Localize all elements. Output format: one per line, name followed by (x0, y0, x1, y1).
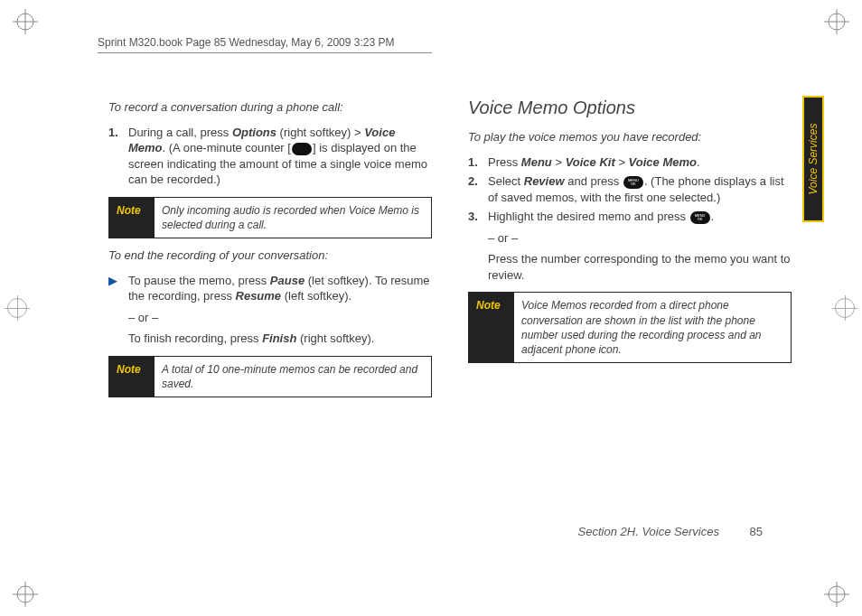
note-label: Note (469, 293, 514, 362)
menu-voice-kit: Voice Kit (566, 155, 615, 169)
step-number: 1. (468, 154, 484, 171)
menu-ok-key-icon (690, 211, 710, 224)
left-intro-1: To record a conversation during a phone … (108, 99, 432, 116)
note-label: Note (109, 198, 155, 238)
step-number: 3. (468, 209, 484, 283)
note-text: A total of 10 one-minute memos can be re… (155, 357, 431, 397)
left-intro-2: To end the recording of your conversatio… (108, 247, 432, 264)
heading-voice-memo-options: Voice Memo Options (468, 96, 792, 120)
text: . (697, 155, 700, 169)
crop-mark-top-right (824, 9, 849, 34)
menu-ok-key-icon (623, 176, 643, 189)
note-text: Voice Memos recorded from a direct phone… (514, 293, 791, 362)
softkey-resume: Resume (236, 289, 282, 303)
registration-mark-right (835, 298, 855, 318)
text: . (A one-minute counter [ (163, 141, 291, 154)
note-box-1: Note Only incoming audio is recorded whe… (108, 197, 432, 238)
text: (right softkey). (296, 331, 374, 345)
left-column: To record a conversation during a phone … (108, 96, 432, 406)
text: To pause the memo, press (128, 274, 270, 287)
right-column: Voice Memo Options To play the voice mem… (468, 96, 792, 406)
softkey-options: Options (232, 126, 276, 139)
menu-review: Review (524, 174, 565, 188)
text: (right softkey) > (276, 126, 364, 139)
note-label: Note (109, 357, 155, 397)
right-intro: To play the voice memos you have recorde… (468, 129, 792, 145)
running-header: Sprint M320.book Page 85 Wednesday, May … (98, 36, 432, 53)
text: > (552, 155, 566, 169)
step-body: Highlight the desired memo and press . –… (484, 209, 792, 283)
crop-mark-bottom-right (824, 582, 849, 607)
bullet-arrow-icon: ▶ (108, 273, 125, 304)
bullet-pause: ▶ To pause the memo, press Pause (let so… (108, 273, 432, 304)
step-r3: 3. Highlight the desired memo and press … (468, 209, 792, 283)
step-r1: 1. Press Menu > Voice Kit > Voice Memo. (468, 154, 792, 171)
step-r2: 2. Select Review and press . (The phone … (468, 173, 792, 205)
text: > (615, 155, 629, 169)
menu-voice-memo: Voice Memo (629, 155, 697, 169)
step-r3-alt: Press the number corresponding to the me… (488, 251, 792, 283)
step-body: During a call, press Options (right soft… (125, 125, 432, 188)
crop-mark-top-left (13, 9, 38, 34)
or-divider: – or – (488, 230, 792, 247)
or-divider: – or – (128, 310, 432, 326)
page-number: 85 (750, 525, 763, 538)
page-content: To record a conversation during a phone … (108, 96, 792, 406)
text: (left softkey). (281, 289, 351, 303)
softkey-finish: Finish (262, 331, 296, 345)
note-box-right: Note Voice Memos recorded from a direct … (468, 292, 792, 363)
registration-mark-left (7, 298, 27, 318)
text: . (711, 210, 715, 223)
bullet-body: To pause the memo, press Pause (let soft… (125, 273, 432, 304)
step-body: Press Menu > Voice Kit > Voice Memo. (484, 154, 792, 171)
section-tab-label: Voice Services (807, 124, 820, 195)
section-tab: Voice Services (802, 96, 824, 222)
step-1: 1. During a call, press Options (right s… (108, 125, 432, 188)
text: To finish recording, press (128, 331, 262, 345)
step-number: 2. (468, 173, 484, 205)
text: Highlight the desired memo and press (488, 210, 689, 223)
step-number: 1. (108, 125, 125, 188)
note-text: Only incoming audio is recorded when Voi… (155, 198, 431, 238)
footer-section: Section 2H. Voice Services (578, 525, 719, 538)
counter-icon (292, 143, 312, 155)
note-box-2: Note A total of 10 one-minute memos can … (108, 356, 432, 397)
crop-mark-bottom-left (13, 582, 38, 607)
text: and press (565, 174, 623, 188)
page-footer: Section 2H. Voice Services 85 (578, 525, 763, 538)
text: During a call, press (128, 126, 232, 139)
step-body: Select Review and press . (The phone dis… (484, 173, 792, 205)
menu-root: Menu (521, 155, 552, 169)
bullet-finish: To finish recording, press Finish (right… (128, 331, 432, 347)
text: Press (488, 155, 521, 169)
text: Select (488, 174, 524, 188)
softkey-pause: Pause (270, 274, 305, 287)
